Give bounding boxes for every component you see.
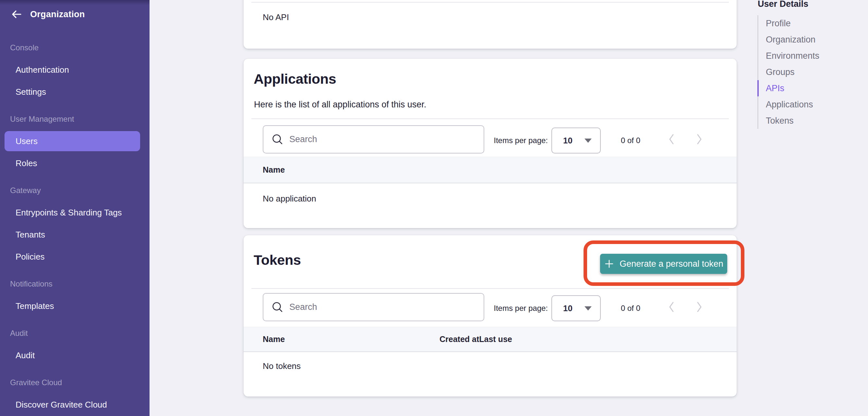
tokens-empty-state: No tokens <box>263 360 301 372</box>
apis-empty-state: No API <box>263 12 289 23</box>
card-divider <box>251 118 729 119</box>
pagination-next-button[interactable] <box>693 300 706 314</box>
user-details-nav-list: Profile Organization Environments Groups… <box>757 15 864 129</box>
tokens-card-title: Tokens <box>254 252 301 268</box>
pagination-next-button[interactable] <box>693 133 706 146</box>
sidebar-section-title: Gateway <box>10 186 41 195</box>
applications-card: Applications Here is the list of all app… <box>244 59 737 228</box>
dropdown-arrow-icon <box>585 306 592 310</box>
user-details-nav-item[interactable]: Applications <box>757 96 864 113</box>
applications-card-description: Here is the list of all applications of … <box>254 99 426 110</box>
user-details-nav-item[interactable]: Environments <box>757 48 864 64</box>
sidebar-item[interactable]: Users <box>0 130 140 152</box>
sidebar-section-title: Console <box>10 43 39 53</box>
items-per-page-label: Items per page: <box>451 303 548 313</box>
search-icon <box>271 133 284 146</box>
main-content: No API Applications Here is the list of … <box>244 0 737 416</box>
user-details-nav-item[interactable]: Profile <box>757 15 864 31</box>
pagination-range-label: 0 of 0 <box>610 136 652 145</box>
tokens-table-header: NameCreated atLast use <box>244 327 737 352</box>
sidebar-item[interactable]: Audit <box>0 344 140 366</box>
chevron-right-icon <box>696 133 703 145</box>
sidebar-item[interactable]: Templates <box>0 295 140 317</box>
dropdown-arrow-icon <box>585 139 592 143</box>
applications-card-title: Applications <box>254 71 336 87</box>
sidebar-section-title: Audit <box>10 328 28 338</box>
pagination-prev-button[interactable] <box>665 133 678 146</box>
table-column-header: Name <box>263 165 285 175</box>
plus-icon <box>604 259 614 269</box>
sidebar-item[interactable]: Settings <box>0 81 140 103</box>
user-details-nav-item[interactable]: Organization <box>757 31 864 48</box>
applications-empty-state: No application <box>263 193 316 204</box>
user-details-nav-item[interactable]: Tokens <box>757 113 864 129</box>
user-details-title: User Details <box>758 0 808 9</box>
user-details-nav-item[interactable]: Groups <box>757 64 864 80</box>
sidebar-section-title: User Management <box>10 114 74 124</box>
table-column-header: Created at <box>439 334 479 344</box>
sidebar-item[interactable]: Entrypoints & Sharding Tags <box>0 202 140 224</box>
table-column-header: Name <box>263 334 439 344</box>
sidebar-item[interactable]: Policies <box>0 246 140 268</box>
user-details-nav-item[interactable]: APIs <box>757 80 864 96</box>
sidebar-section-title: Notifications <box>10 279 53 289</box>
items-per-page-select[interactable]: 10 <box>551 127 601 153</box>
items-per-page-value: 10 <box>563 136 572 146</box>
chevron-left-icon <box>668 301 675 313</box>
chevron-left-icon <box>668 133 675 145</box>
search-icon <box>271 301 284 314</box>
items-per-page-select[interactable]: 10 <box>551 295 601 321</box>
generate-personal-token-button[interactable]: Generate a personal token <box>600 254 727 274</box>
pagination-prev-button[interactable] <box>665 300 678 314</box>
applications-table-header: Name <box>244 157 737 183</box>
sidebar-item[interactable]: Discover Gravitee Cloud <box>0 394 140 416</box>
applications-search-input[interactable] <box>289 134 464 144</box>
sidebar-item[interactable]: Authentication <box>0 59 140 81</box>
sidebar-nav: Console Authentication Settings User Man… <box>0 0 150 416</box>
items-per-page-label: Items per page: <box>451 136 548 145</box>
tokens-search-input[interactable] <box>289 302 464 312</box>
table-column-header: Last use <box>479 334 512 344</box>
sidebar-section-title: Gravitee Cloud <box>10 378 62 387</box>
pagination-range-label: 0 of 0 <box>610 303 652 313</box>
organization-sidebar: Organization Console Authentication Sett… <box>0 0 150 416</box>
tokens-card: Tokens Generate a personal token Items p… <box>244 235 737 396</box>
chevron-right-icon <box>696 301 703 313</box>
apis-card: No API <box>244 0 737 49</box>
generate-token-button-label: Generate a personal token <box>620 259 723 269</box>
items-per-page-value: 10 <box>563 303 572 314</box>
sidebar-item[interactable]: Tenants <box>0 224 140 246</box>
table-row-divider <box>251 2 729 3</box>
card-divider <box>251 288 729 289</box>
sidebar-item[interactable]: Roles <box>0 152 140 174</box>
